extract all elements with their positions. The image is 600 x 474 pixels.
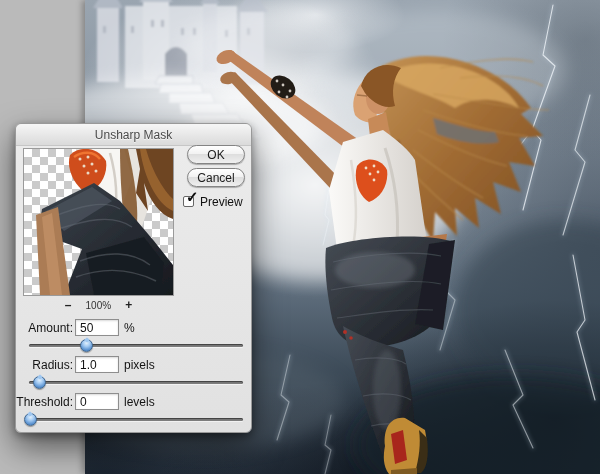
preview-checkbox[interactable]: ✓ (183, 196, 194, 207)
threshold-input[interactable] (75, 393, 119, 410)
preview-image (24, 149, 173, 295)
threshold-slider-track[interactable] (29, 418, 243, 421)
radius-input[interactable] (75, 356, 119, 373)
unsharp-mask-dialog: Unsharp Mask (15, 123, 252, 433)
fog-upper (185, 5, 355, 85)
preview-checkbox-label: Preview (200, 195, 243, 209)
radius-label: Radius: (16, 358, 73, 372)
threshold-slider-thumb[interactable] (24, 413, 37, 426)
filter-preview-thumbnail[interactable] (23, 148, 174, 296)
radius-slider-track[interactable] (29, 381, 243, 384)
amount-slider-track[interactable] (29, 344, 243, 347)
amount-slider-thumb[interactable] (80, 339, 93, 352)
amount-label: Amount: (16, 321, 73, 335)
threshold-unit: levels (124, 395, 155, 409)
preview-zoom-controls: – 100% + (23, 298, 174, 312)
dialog-title: Unsharp Mask (95, 128, 172, 142)
amount-input[interactable] (75, 319, 119, 336)
zoom-in-button[interactable]: + (125, 298, 132, 312)
radius-unit: pixels (124, 358, 155, 372)
checkmark-icon: ✓ (186, 189, 199, 204)
zoom-level-label: 100% (86, 300, 112, 311)
amount-unit: % (124, 321, 135, 335)
dialog-title-bar[interactable]: Unsharp Mask (16, 124, 251, 146)
cancel-button[interactable]: Cancel (187, 168, 245, 187)
zoom-out-button[interactable]: – (65, 298, 72, 312)
ok-button[interactable]: OK (187, 145, 245, 164)
radius-slider-thumb[interactable] (33, 376, 46, 389)
threshold-label: Threshold: (16, 395, 73, 409)
